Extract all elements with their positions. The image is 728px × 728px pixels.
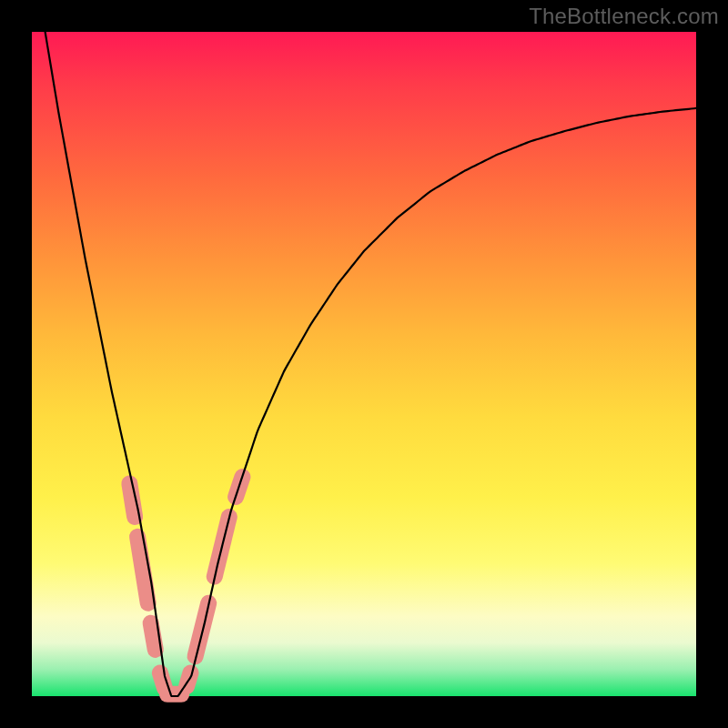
watermark-text: TheBottleneck.com (529, 4, 719, 29)
highlight-segment (151, 623, 156, 650)
chart-svg (32, 32, 696, 696)
plot-area (32, 32, 696, 696)
highlight-layer (129, 477, 242, 694)
highlight-segment (137, 537, 148, 603)
chart-frame: TheBottleneck.com (0, 0, 728, 728)
